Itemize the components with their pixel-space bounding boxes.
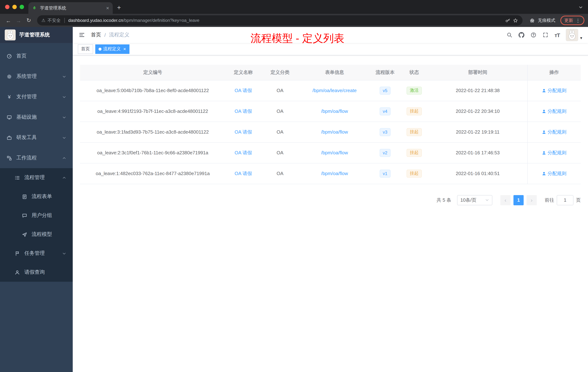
prev-page-button[interactable]: ‹ xyxy=(500,195,511,205)
table-row: oa_leave:3:1fad3d93-7b75-11ec-a3c8-acde4… xyxy=(80,121,581,142)
browser-tab[interactable]: 芋道管理系统 × xyxy=(28,2,113,14)
page-size-value: 10条/页 xyxy=(460,197,476,203)
breadcrumb-home[interactable]: 首页 xyxy=(91,32,101,38)
app-title: 芋道管理系统 xyxy=(19,32,50,38)
column-header: 状态 xyxy=(400,65,428,80)
cell-status: 激活 xyxy=(400,80,428,101)
cell-status: 挂起 xyxy=(400,163,428,184)
form-link[interactable]: /bpm/oa/flow xyxy=(321,171,348,176)
security-warning-icon: ⚠ xyxy=(42,18,45,23)
goto-page-input[interactable] xyxy=(557,195,573,205)
page-size-select[interactable]: 10条/页 xyxy=(457,195,492,205)
form-link[interactable]: /bpm/oa/flow xyxy=(321,150,348,155)
assign-rule-button[interactable]: 分配规则 xyxy=(542,87,567,94)
form-link[interactable]: /bpm/oa/leave/create xyxy=(313,88,357,93)
cell-deploy-time: 2022-01-16 01:40:51 xyxy=(428,163,527,184)
tag-close-icon[interactable]: × xyxy=(123,46,126,52)
hamburger-icon[interactable] xyxy=(79,32,85,38)
status-tag: 挂起 xyxy=(407,128,422,136)
caret-down-icon: ▾ xyxy=(580,36,582,41)
user-menu[interactable]: ▾ xyxy=(566,29,582,41)
font-size-icon[interactable]: тT xyxy=(555,32,560,38)
gear-icon xyxy=(7,74,12,79)
assign-rule-button[interactable]: 分配规则 xyxy=(542,170,567,177)
tab-search-chevron-icon[interactable] xyxy=(578,5,583,10)
version-tag: v2 xyxy=(379,149,390,157)
definition-name-link[interactable]: OA 请假 xyxy=(235,88,252,93)
sidebar-item-home[interactable]: 首页 xyxy=(0,46,73,66)
reload-button[interactable]: ↻ xyxy=(24,17,33,24)
tag-home[interactable]: 首页 xyxy=(78,44,93,54)
status-tag: 挂起 xyxy=(407,149,422,157)
sidebar-item-dev-tools[interactable]: 研发工具 xyxy=(0,127,73,148)
sidebar-item-process-form[interactable]: 流程表单 xyxy=(0,187,73,206)
update-label: 更新 xyxy=(564,17,573,23)
security-label[interactable]: 不安全 xyxy=(48,17,61,23)
definition-name-link[interactable]: OA 请假 xyxy=(235,108,252,114)
assign-rule-button[interactable]: 分配规则 xyxy=(542,149,567,156)
browser-menu-icon[interactable]: ⋮ xyxy=(576,18,580,23)
new-tab-button[interactable]: + xyxy=(117,4,121,12)
chevron-down-icon xyxy=(62,115,66,119)
tag-process-definition[interactable]: 流程定义 × xyxy=(95,44,129,54)
sidebar-item-label: 基础设施 xyxy=(16,114,58,120)
cell-action: 分配规则 xyxy=(527,80,581,101)
sidebar-logo[interactable]: 芋道管理系统 xyxy=(0,27,73,43)
sidebar-item-task-management[interactable]: 任务管理 xyxy=(0,244,73,263)
definition-name-link[interactable]: OA 请假 xyxy=(235,171,252,176)
assign-rule-button[interactable]: 分配规则 xyxy=(542,108,567,114)
assign-rule-button[interactable]: 分配规则 xyxy=(542,129,567,135)
page-number-button[interactable]: 1 xyxy=(514,195,524,205)
sidebar-item-leave-query[interactable]: 请假查询 xyxy=(0,263,73,282)
fullscreen-icon[interactable] xyxy=(543,32,548,38)
cell-deploy-time: 2022-01-16 17:46:53 xyxy=(428,142,527,163)
sidebar-item-label: 流程表单 xyxy=(32,193,66,200)
zoom-window-button[interactable] xyxy=(20,5,24,9)
help-icon[interactable] xyxy=(531,32,536,38)
forward-button[interactable]: → xyxy=(14,17,23,23)
logo-avatar xyxy=(5,30,16,40)
update-button[interactable]: 更新 ⋮ xyxy=(560,16,584,25)
cell-version: v3 xyxy=(370,121,400,142)
sidebar-item-workflow[interactable]: 工作流程 xyxy=(0,148,73,168)
form-link[interactable]: /bpm/oa/flow xyxy=(321,109,348,114)
sidebar-item-infrastructure[interactable]: 基础设施 xyxy=(0,107,73,127)
definition-name-link[interactable]: OA 请假 xyxy=(235,150,252,155)
sidebar-item-system-management[interactable]: 系统管理 xyxy=(0,66,73,87)
chevron-down-icon xyxy=(62,136,66,140)
password-key-icon[interactable] xyxy=(505,18,511,23)
tab-close-icon[interactable]: × xyxy=(106,5,109,11)
annotation-title: 流程模型 - 定义列表 xyxy=(251,31,344,46)
minimize-window-button[interactable] xyxy=(12,5,17,9)
status-tag: 挂起 xyxy=(407,169,422,177)
github-icon[interactable] xyxy=(519,32,524,38)
sidebar-item-payment-management[interactable]: ¥ 支付管理 xyxy=(0,87,73,107)
chevron-down-icon xyxy=(62,251,66,255)
search-icon[interactable] xyxy=(506,32,512,38)
sidebar-item-label: 流程管理 xyxy=(24,174,58,181)
url-domain: dashboard.yudao.iocoder.cn xyxy=(68,18,123,23)
form-link[interactable]: /bpm/oa/flow xyxy=(321,129,348,135)
sidebar-item-user-group[interactable]: 用户分组 xyxy=(0,206,73,225)
user-icon xyxy=(542,171,546,176)
address-bar[interactable]: ⚠ 不安全 dashboard.yudao.iocoder.cn/bpm/man… xyxy=(37,15,523,25)
bookmark-star-icon[interactable] xyxy=(513,18,518,23)
cell-definition-name: OA 请假 xyxy=(225,163,261,184)
next-page-button[interactable]: › xyxy=(526,195,537,205)
person-icon xyxy=(15,270,20,275)
url-path: /bpm/manager/definition?key=oa_leave xyxy=(123,18,200,23)
tag-label: 流程定义 xyxy=(103,46,121,52)
sidebar-item-process-management[interactable]: 流程管理 xyxy=(0,168,73,187)
column-header: 定义名称 xyxy=(225,65,261,80)
cell-definition-id: oa_leave:5:004b710b-7b8a-11ec-8ef0-acde4… xyxy=(80,80,225,101)
avatar[interactable] xyxy=(566,29,578,41)
sidebar-item-process-model[interactable]: 流程模型 xyxy=(0,225,73,244)
cell-version: v4 xyxy=(370,101,400,121)
close-window-button[interactable] xyxy=(5,5,10,9)
cell-form-info: /bpm/oa/flow xyxy=(299,142,370,163)
sidebar-item-label: 研发工具 xyxy=(16,134,58,141)
back-button[interactable]: ← xyxy=(4,17,13,23)
chevron-up-icon xyxy=(62,156,66,160)
column-header: 定义编号 xyxy=(80,65,225,80)
definition-name-link[interactable]: OA 请假 xyxy=(235,129,252,134)
